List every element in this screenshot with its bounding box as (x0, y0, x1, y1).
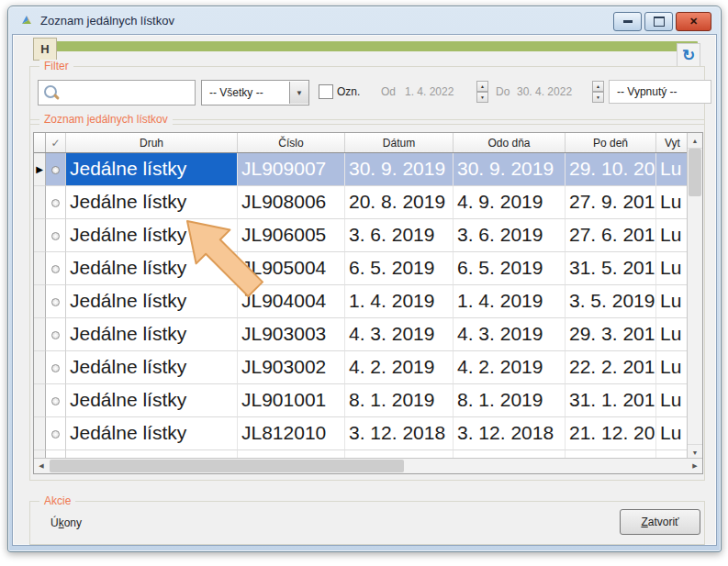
table-row[interactable]: Jedálne lístky JL908006 20. 8. 2019 4. 9… (34, 186, 702, 219)
table-row[interactable]: Jedálne lístky JL812010 3. 12. 2018 3. 1… (34, 417, 702, 450)
cell-cislo[interactable]: JL905004 (238, 252, 345, 285)
cell-vyt[interactable]: Lu (656, 219, 689, 252)
cell-vyt[interactable]: Lu (656, 153, 689, 186)
spinner-up-icon[interactable]: ▲ (476, 81, 488, 92)
spinner-up-icon[interactable]: ▲ (592, 81, 604, 92)
cell-datum[interactable]: 3. 12. 2018 (345, 417, 454, 450)
cell-cislo[interactable]: JL904004 (238, 285, 345, 318)
cell-vyt[interactable]: Lu (656, 285, 689, 318)
close-button[interactable]: ✕ (676, 12, 711, 31)
header-datum[interactable]: Dátum (345, 133, 454, 152)
cell-cislo[interactable]: JL903002 (238, 351, 345, 384)
cell-odo-dna[interactable]: 4. 9. 2019 (454, 186, 566, 219)
row-marker[interactable] (34, 351, 46, 384)
cell-cislo[interactable]: JL903003 (238, 318, 345, 351)
cell-datum[interactable]: 8. 1. 2019 (345, 384, 454, 417)
state-dropdown[interactable]: -- Vypnutý -- (609, 80, 711, 104)
cell-datum[interactable]: 30. 9. 2019 (345, 153, 454, 186)
cell-odo-dna[interactable]: 4. 3. 2019 (454, 318, 566, 351)
spinner-down-icon[interactable]: ▼ (476, 92, 488, 103)
date-from-value[interactable]: 1. 4. 2022 (405, 85, 454, 98)
help-button[interactable]: H (33, 38, 57, 61)
cell-odo-dna[interactable]: 4. 2. 2019 (454, 351, 566, 384)
row-marker[interactable] (34, 219, 46, 252)
cell-vyt[interactable]: Lu (656, 384, 689, 417)
cell-cislo[interactable]: JL909007 (238, 153, 345, 186)
cell-odo-dna[interactable]: 6. 5. 2019 (454, 252, 566, 285)
row-marker[interactable] (34, 252, 46, 285)
cell-datum[interactable]: 1. 4. 2019 (345, 285, 454, 318)
row-marker[interactable] (34, 318, 46, 351)
cell-druh[interactable]: Jedálne lístky (66, 153, 238, 186)
cell-druh[interactable]: Jedálne lístky (66, 186, 238, 219)
cell-cislo[interactable]: JL908006 (238, 186, 345, 219)
date-from-spinner[interactable]: ▲ ▼ (476, 81, 488, 103)
cell-po-den[interactable]: 31. 5. 2019 (566, 252, 656, 285)
header-cislo[interactable]: Číslo (238, 133, 345, 152)
cell-po-den[interactable]: 22. 2. 2019 (566, 351, 656, 384)
scroll-up-icon[interactable]: ▲ (688, 133, 702, 149)
cell-po-den[interactable]: 29. 10. 2019 (566, 153, 656, 186)
cell-druh[interactable]: Jedálne lístky (66, 285, 238, 318)
cell-datum[interactable]: 4. 2. 2019 (345, 351, 454, 384)
cell-vyt[interactable]: Lu (656, 252, 689, 285)
cell-vyt[interactable]: Lu (656, 351, 689, 384)
header-po-den[interactable]: Po deň (566, 133, 656, 152)
maximize-button[interactable] (644, 12, 673, 31)
cell-vyt[interactable]: Lu (656, 318, 689, 351)
header-odo-dna[interactable]: Odo dňa (454, 133, 566, 152)
zatvorit-button[interactable]: Zatvoriť (620, 509, 700, 535)
date-to-value[interactable]: 30. 4. 2022 (517, 85, 572, 98)
ozn-checkbox[interactable] (319, 84, 333, 99)
cell-odo-dna[interactable]: 3. 12. 2018 (454, 417, 566, 450)
row-check-cell[interactable] (46, 351, 66, 384)
cell-cislo[interactable]: JL812010 (238, 417, 345, 450)
row-check-cell[interactable] (46, 285, 66, 318)
cell-po-den[interactable]: 31. 1. 2019 (566, 384, 656, 417)
row-marker[interactable] (34, 186, 46, 219)
header-druh[interactable]: Druh (66, 133, 238, 152)
table-row[interactable]: Jedálne lístky JL903002 4. 2. 2019 4. 2.… (34, 351, 702, 384)
row-marker[interactable] (34, 285, 46, 318)
minimize-button[interactable] (613, 12, 642, 31)
cell-odo-dna[interactable]: 3. 6. 2019 (454, 219, 566, 252)
cell-po-den[interactable]: 27. 9. 2019 (566, 186, 656, 219)
row-marker[interactable]: ▶ (34, 153, 46, 186)
scroll-right-icon[interactable]: ▶ (688, 459, 702, 473)
cell-druh[interactable]: Jedálne lístky (66, 252, 238, 285)
titlebar[interactable]: Zoznam jedálnych lístkov ✕ (8, 6, 721, 34)
table-row[interactable]: Jedálne lístky JL906005 3. 6. 2019 3. 6.… (34, 219, 702, 252)
cell-cislo[interactable]: JL906005 (238, 219, 345, 252)
cell-datum[interactable]: 4. 3. 2019 (345, 318, 454, 351)
row-check-cell[interactable] (46, 318, 66, 351)
cell-odo-dna[interactable]: 8. 1. 2019 (454, 384, 566, 417)
row-check-cell[interactable] (46, 219, 66, 252)
table-row[interactable]: Jedálne lístky JL905004 6. 5. 2019 6. 5.… (34, 252, 702, 285)
scroll-left-icon[interactable]: ◀ (34, 459, 49, 473)
type-dropdown[interactable]: -- Všetky -- ▼ (201, 80, 309, 105)
cell-po-den[interactable]: 3. 5. 2019 (566, 285, 656, 318)
horizontal-scrollbar[interactable]: ◀ ▶ (34, 458, 702, 473)
header-vyt[interactable]: Vyt (656, 133, 689, 152)
ukony-menu[interactable]: Úkony (50, 516, 82, 529)
row-check-cell[interactable] (46, 186, 66, 219)
row-check-cell[interactable] (46, 252, 66, 285)
horizontal-scroll-thumb[interactable] (50, 460, 404, 472)
cell-druh[interactable]: Jedálne lístky (66, 417, 238, 450)
cell-druh[interactable]: Jedálne lístky (66, 351, 238, 384)
table-row[interactable]: Jedálne lístky JL903003 4. 3. 2019 4. 3.… (34, 318, 702, 351)
row-marker[interactable] (34, 384, 46, 417)
row-check-cell[interactable] (46, 417, 66, 450)
chevron-down-icon[interactable]: ▼ (289, 82, 308, 104)
vertical-scrollbar[interactable]: ▲ ▼ (687, 133, 702, 460)
cell-vyt[interactable]: Lu (656, 186, 689, 219)
cell-datum[interactable]: 6. 5. 2019 (345, 252, 454, 285)
row-check-cell[interactable] (46, 153, 66, 186)
cell-po-den[interactable]: 29. 3. 2019 (566, 318, 656, 351)
table-row[interactable]: Jedálne lístky JL904004 1. 4. 2019 1. 4.… (34, 285, 702, 318)
refresh-button[interactable]: ↻ (677, 43, 700, 67)
vertical-scroll-thumb[interactable] (689, 149, 701, 196)
search-input[interactable] (61, 83, 191, 103)
row-check-cell[interactable] (46, 384, 66, 417)
cell-datum[interactable]: 3. 6. 2019 (345, 219, 454, 252)
